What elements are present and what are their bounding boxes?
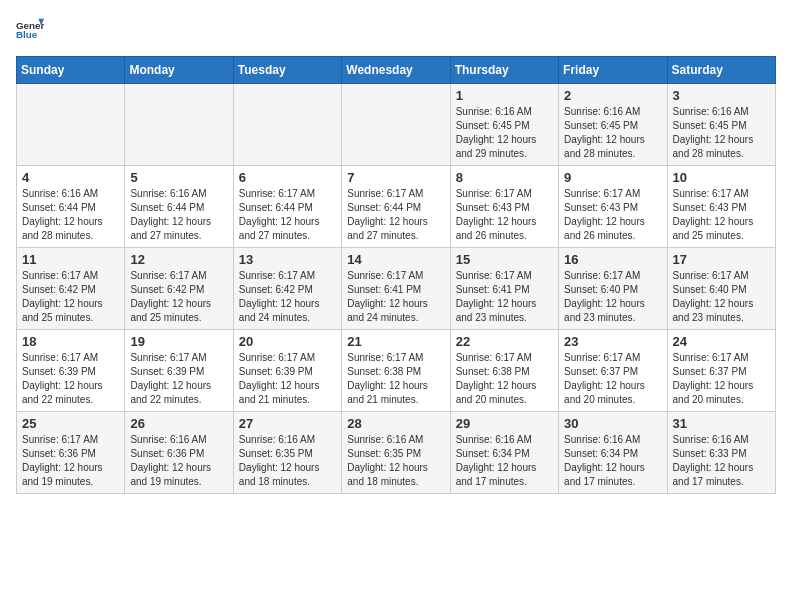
- calendar-cell: 25Sunrise: 6:17 AM Sunset: 6:36 PM Dayli…: [17, 412, 125, 494]
- day-info: Sunrise: 6:17 AM Sunset: 6:42 PM Dayligh…: [239, 269, 336, 325]
- calendar-cell: 6Sunrise: 6:17 AM Sunset: 6:44 PM Daylig…: [233, 166, 341, 248]
- day-number: 1: [456, 88, 553, 103]
- column-header-tuesday: Tuesday: [233, 57, 341, 84]
- day-info: Sunrise: 6:16 AM Sunset: 6:35 PM Dayligh…: [239, 433, 336, 489]
- day-number: 8: [456, 170, 553, 185]
- calendar-cell: 15Sunrise: 6:17 AM Sunset: 6:41 PM Dayli…: [450, 248, 558, 330]
- day-info: Sunrise: 6:16 AM Sunset: 6:44 PM Dayligh…: [130, 187, 227, 243]
- calendar-cell: 24Sunrise: 6:17 AM Sunset: 6:37 PM Dayli…: [667, 330, 775, 412]
- calendar-cell: 31Sunrise: 6:16 AM Sunset: 6:33 PM Dayli…: [667, 412, 775, 494]
- day-info: Sunrise: 6:16 AM Sunset: 6:45 PM Dayligh…: [673, 105, 770, 161]
- column-header-saturday: Saturday: [667, 57, 775, 84]
- day-info: Sunrise: 6:16 AM Sunset: 6:34 PM Dayligh…: [456, 433, 553, 489]
- day-number: 21: [347, 334, 444, 349]
- calendar-cell: 7Sunrise: 6:17 AM Sunset: 6:44 PM Daylig…: [342, 166, 450, 248]
- day-info: Sunrise: 6:17 AM Sunset: 6:43 PM Dayligh…: [673, 187, 770, 243]
- column-header-monday: Monday: [125, 57, 233, 84]
- calendar-cell: 18Sunrise: 6:17 AM Sunset: 6:39 PM Dayli…: [17, 330, 125, 412]
- calendar-week-row: 4Sunrise: 6:16 AM Sunset: 6:44 PM Daylig…: [17, 166, 776, 248]
- day-number: 25: [22, 416, 119, 431]
- calendar-table: SundayMondayTuesdayWednesdayThursdayFrid…: [16, 56, 776, 494]
- calendar-cell: 9Sunrise: 6:17 AM Sunset: 6:43 PM Daylig…: [559, 166, 667, 248]
- day-number: 11: [22, 252, 119, 267]
- calendar-cell: 26Sunrise: 6:16 AM Sunset: 6:36 PM Dayli…: [125, 412, 233, 494]
- calendar-cell: 12Sunrise: 6:17 AM Sunset: 6:42 PM Dayli…: [125, 248, 233, 330]
- day-number: 27: [239, 416, 336, 431]
- calendar-cell: 13Sunrise: 6:17 AM Sunset: 6:42 PM Dayli…: [233, 248, 341, 330]
- day-info: Sunrise: 6:17 AM Sunset: 6:41 PM Dayligh…: [347, 269, 444, 325]
- day-info: Sunrise: 6:17 AM Sunset: 6:43 PM Dayligh…: [564, 187, 661, 243]
- calendar-cell: [233, 84, 341, 166]
- calendar-cell: 10Sunrise: 6:17 AM Sunset: 6:43 PM Dayli…: [667, 166, 775, 248]
- day-number: 30: [564, 416, 661, 431]
- day-info: Sunrise: 6:17 AM Sunset: 6:39 PM Dayligh…: [239, 351, 336, 407]
- calendar-cell: 20Sunrise: 6:17 AM Sunset: 6:39 PM Dayli…: [233, 330, 341, 412]
- day-number: 16: [564, 252, 661, 267]
- day-number: 20: [239, 334, 336, 349]
- calendar-cell: [17, 84, 125, 166]
- page-header: General Blue: [16, 16, 776, 44]
- day-info: Sunrise: 6:17 AM Sunset: 6:40 PM Dayligh…: [564, 269, 661, 325]
- day-number: 10: [673, 170, 770, 185]
- day-number: 29: [456, 416, 553, 431]
- day-number: 15: [456, 252, 553, 267]
- calendar-cell: 14Sunrise: 6:17 AM Sunset: 6:41 PM Dayli…: [342, 248, 450, 330]
- day-number: 31: [673, 416, 770, 431]
- day-info: Sunrise: 6:17 AM Sunset: 6:37 PM Dayligh…: [564, 351, 661, 407]
- column-header-sunday: Sunday: [17, 57, 125, 84]
- column-header-friday: Friday: [559, 57, 667, 84]
- day-number: 13: [239, 252, 336, 267]
- day-number: 6: [239, 170, 336, 185]
- column-header-thursday: Thursday: [450, 57, 558, 84]
- calendar-cell: [125, 84, 233, 166]
- calendar-cell: 4Sunrise: 6:16 AM Sunset: 6:44 PM Daylig…: [17, 166, 125, 248]
- calendar-header-row: SundayMondayTuesdayWednesdayThursdayFrid…: [17, 57, 776, 84]
- calendar-cell: 30Sunrise: 6:16 AM Sunset: 6:34 PM Dayli…: [559, 412, 667, 494]
- column-header-wednesday: Wednesday: [342, 57, 450, 84]
- day-info: Sunrise: 6:17 AM Sunset: 6:44 PM Dayligh…: [239, 187, 336, 243]
- day-info: Sunrise: 6:16 AM Sunset: 6:45 PM Dayligh…: [564, 105, 661, 161]
- day-info: Sunrise: 6:17 AM Sunset: 6:42 PM Dayligh…: [130, 269, 227, 325]
- calendar-cell: 3Sunrise: 6:16 AM Sunset: 6:45 PM Daylig…: [667, 84, 775, 166]
- calendar-week-row: 18Sunrise: 6:17 AM Sunset: 6:39 PM Dayli…: [17, 330, 776, 412]
- day-info: Sunrise: 6:17 AM Sunset: 6:41 PM Dayligh…: [456, 269, 553, 325]
- day-number: 23: [564, 334, 661, 349]
- day-number: 19: [130, 334, 227, 349]
- day-number: 9: [564, 170, 661, 185]
- calendar-cell: [342, 84, 450, 166]
- day-number: 26: [130, 416, 227, 431]
- logo: General Blue: [16, 16, 44, 44]
- calendar-cell: 28Sunrise: 6:16 AM Sunset: 6:35 PM Dayli…: [342, 412, 450, 494]
- calendar-cell: 16Sunrise: 6:17 AM Sunset: 6:40 PM Dayli…: [559, 248, 667, 330]
- day-info: Sunrise: 6:17 AM Sunset: 6:42 PM Dayligh…: [22, 269, 119, 325]
- day-info: Sunrise: 6:16 AM Sunset: 6:35 PM Dayligh…: [347, 433, 444, 489]
- day-info: Sunrise: 6:17 AM Sunset: 6:39 PM Dayligh…: [130, 351, 227, 407]
- day-number: 24: [673, 334, 770, 349]
- calendar-cell: 29Sunrise: 6:16 AM Sunset: 6:34 PM Dayli…: [450, 412, 558, 494]
- day-info: Sunrise: 6:17 AM Sunset: 6:43 PM Dayligh…: [456, 187, 553, 243]
- day-number: 3: [673, 88, 770, 103]
- day-info: Sunrise: 6:17 AM Sunset: 6:44 PM Dayligh…: [347, 187, 444, 243]
- calendar-cell: 11Sunrise: 6:17 AM Sunset: 6:42 PM Dayli…: [17, 248, 125, 330]
- day-number: 12: [130, 252, 227, 267]
- calendar-cell: 17Sunrise: 6:17 AM Sunset: 6:40 PM Dayli…: [667, 248, 775, 330]
- day-number: 17: [673, 252, 770, 267]
- day-number: 28: [347, 416, 444, 431]
- day-number: 14: [347, 252, 444, 267]
- day-number: 2: [564, 88, 661, 103]
- calendar-cell: 8Sunrise: 6:17 AM Sunset: 6:43 PM Daylig…: [450, 166, 558, 248]
- calendar-cell: 5Sunrise: 6:16 AM Sunset: 6:44 PM Daylig…: [125, 166, 233, 248]
- day-info: Sunrise: 6:16 AM Sunset: 6:36 PM Dayligh…: [130, 433, 227, 489]
- calendar-cell: 21Sunrise: 6:17 AM Sunset: 6:38 PM Dayli…: [342, 330, 450, 412]
- calendar-week-row: 1Sunrise: 6:16 AM Sunset: 6:45 PM Daylig…: [17, 84, 776, 166]
- day-info: Sunrise: 6:17 AM Sunset: 6:40 PM Dayligh…: [673, 269, 770, 325]
- day-info: Sunrise: 6:16 AM Sunset: 6:44 PM Dayligh…: [22, 187, 119, 243]
- generalblue-logo-icon: General Blue: [16, 16, 44, 44]
- day-info: Sunrise: 6:17 AM Sunset: 6:39 PM Dayligh…: [22, 351, 119, 407]
- calendar-cell: 23Sunrise: 6:17 AM Sunset: 6:37 PM Dayli…: [559, 330, 667, 412]
- calendar-week-row: 25Sunrise: 6:17 AM Sunset: 6:36 PM Dayli…: [17, 412, 776, 494]
- day-number: 7: [347, 170, 444, 185]
- calendar-cell: 2Sunrise: 6:16 AM Sunset: 6:45 PM Daylig…: [559, 84, 667, 166]
- day-number: 18: [22, 334, 119, 349]
- day-info: Sunrise: 6:17 AM Sunset: 6:37 PM Dayligh…: [673, 351, 770, 407]
